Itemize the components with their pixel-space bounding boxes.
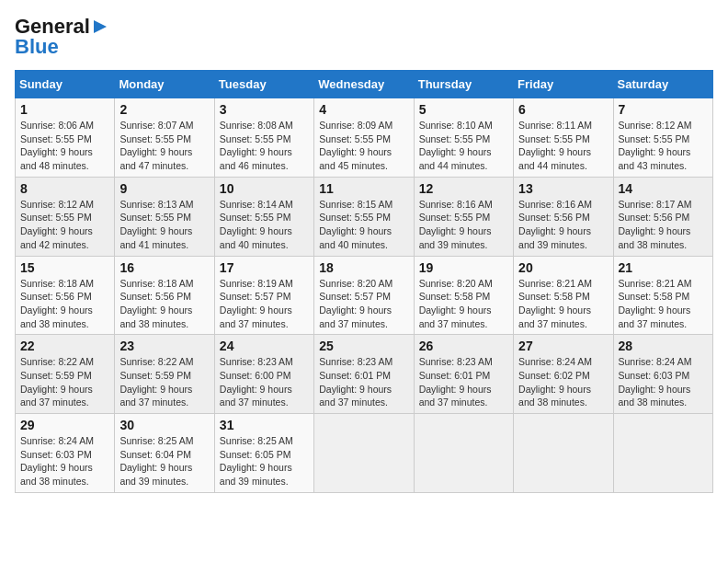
- day-number: 30: [119, 418, 209, 432]
- day-number: 8: [20, 181, 109, 196]
- day-info: Sunrise: 8:16 AMSunset: 5:55 PMDaylight:…: [419, 198, 508, 252]
- weekday-header-monday: Monday: [115, 71, 214, 98]
- day-info: Sunrise: 8:23 AMSunset: 6:00 PMDaylight:…: [220, 355, 309, 409]
- calendar-day-31: 31Sunrise: 8:25 AMSunset: 6:05 PMDayligh…: [214, 414, 313, 493]
- day-info: Sunrise: 8:24 AMSunset: 6:03 PMDaylight:…: [20, 434, 109, 488]
- logo-triangle-icon: [90, 17, 110, 37]
- day-number: 23: [119, 339, 209, 353]
- day-info: Sunrise: 8:25 AMSunset: 6:04 PMDaylight:…: [119, 434, 209, 488]
- calendar-day-2: 2Sunrise: 8:07 AMSunset: 5:55 PMDaylight…: [115, 98, 214, 178]
- calendar-day-26: 26Sunrise: 8:23 AMSunset: 6:01 PMDayligh…: [414, 335, 513, 414]
- calendar-week-4: 22Sunrise: 8:22 AMSunset: 5:59 PMDayligh…: [16, 335, 713, 414]
- day-number: 29: [20, 418, 109, 432]
- day-number: 26: [419, 339, 508, 353]
- day-number: 16: [119, 260, 209, 275]
- day-number: 25: [319, 339, 408, 353]
- calendar-day-13: 13Sunrise: 8:16 AMSunset: 5:56 PMDayligh…: [514, 177, 613, 256]
- calendar-day-27: 27Sunrise: 8:24 AMSunset: 6:02 PMDayligh…: [514, 335, 613, 414]
- calendar-day-22: 22Sunrise: 8:22 AMSunset: 5:59 PMDayligh…: [16, 335, 115, 414]
- day-info: Sunrise: 8:18 AMSunset: 5:56 PMDaylight:…: [119, 277, 209, 331]
- day-info: Sunrise: 8:19 AMSunset: 5:57 PMDaylight:…: [220, 277, 309, 331]
- day-number: 24: [220, 339, 309, 353]
- day-info: Sunrise: 8:12 AMSunset: 5:55 PMDaylight:…: [20, 198, 109, 252]
- day-info: Sunrise: 8:15 AMSunset: 5:55 PMDaylight:…: [319, 198, 408, 252]
- weekday-header-tuesday: Tuesday: [214, 71, 313, 98]
- calendar-day-21: 21Sunrise: 8:21 AMSunset: 5:58 PMDayligh…: [613, 256, 712, 335]
- day-info: Sunrise: 8:23 AMSunset: 6:01 PMDaylight:…: [319, 355, 408, 409]
- day-info: Sunrise: 8:09 AMSunset: 5:55 PMDaylight:…: [319, 119, 408, 173]
- calendar-day-11: 11Sunrise: 8:15 AMSunset: 5:55 PMDayligh…: [314, 177, 414, 256]
- day-number: 31: [220, 418, 309, 432]
- day-info: Sunrise: 8:17 AMSunset: 5:56 PMDaylight:…: [619, 198, 708, 252]
- logo-blue: Blue: [15, 35, 59, 59]
- day-number: 4: [319, 102, 408, 117]
- weekday-header-saturday: Saturday: [613, 71, 712, 98]
- calendar-empty-cell: [613, 414, 712, 493]
- calendar-empty-cell: [314, 414, 414, 493]
- calendar-empty-cell: [514, 414, 613, 493]
- day-info: Sunrise: 8:22 AMSunset: 5:59 PMDaylight:…: [20, 355, 109, 409]
- day-number: 5: [419, 102, 508, 117]
- calendar-table: SundayMondayTuesdayWednesdayThursdayFrid…: [15, 70, 713, 493]
- day-info: Sunrise: 8:14 AMSunset: 5:55 PMDaylight:…: [220, 198, 309, 252]
- day-info: Sunrise: 8:23 AMSunset: 6:01 PMDaylight:…: [419, 355, 508, 409]
- day-number: 27: [518, 339, 608, 353]
- day-number: 17: [220, 260, 309, 275]
- calendar-day-14: 14Sunrise: 8:17 AMSunset: 5:56 PMDayligh…: [613, 177, 712, 256]
- day-number: 6: [518, 102, 608, 117]
- weekday-header-sunday: Sunday: [16, 71, 115, 98]
- day-number: 18: [319, 260, 408, 275]
- day-info: Sunrise: 8:24 AMSunset: 6:03 PMDaylight:…: [619, 355, 708, 409]
- calendar-day-30: 30Sunrise: 8:25 AMSunset: 6:04 PMDayligh…: [115, 414, 214, 493]
- calendar-day-18: 18Sunrise: 8:20 AMSunset: 5:57 PMDayligh…: [314, 256, 414, 335]
- day-info: Sunrise: 8:16 AMSunset: 5:56 PMDaylight:…: [518, 198, 608, 252]
- day-number: 19: [419, 260, 508, 275]
- day-number: 9: [119, 181, 209, 196]
- calendar-week-1: 1Sunrise: 8:06 AMSunset: 5:55 PMDaylight…: [16, 98, 713, 178]
- calendar-day-12: 12Sunrise: 8:16 AMSunset: 5:55 PMDayligh…: [414, 177, 513, 256]
- day-number: 14: [619, 181, 708, 196]
- weekday-header-friday: Friday: [514, 71, 613, 98]
- day-number: 20: [518, 260, 608, 275]
- day-number: 28: [619, 339, 708, 353]
- day-number: 3: [220, 102, 309, 117]
- day-info: Sunrise: 8:10 AMSunset: 5:55 PMDaylight:…: [419, 119, 508, 173]
- day-info: Sunrise: 8:24 AMSunset: 6:02 PMDaylight:…: [518, 355, 608, 409]
- day-number: 22: [20, 339, 109, 353]
- weekday-header-wednesday: Wednesday: [314, 71, 414, 98]
- calendar-week-2: 8Sunrise: 8:12 AMSunset: 5:55 PMDaylight…: [16, 177, 713, 256]
- day-number: 1: [20, 102, 109, 117]
- calendar-day-25: 25Sunrise: 8:23 AMSunset: 6:01 PMDayligh…: [314, 335, 414, 414]
- calendar-day-6: 6Sunrise: 8:11 AMSunset: 5:55 PMDaylight…: [514, 98, 613, 178]
- calendar-empty-cell: [414, 414, 513, 493]
- calendar-day-10: 10Sunrise: 8:14 AMSunset: 5:55 PMDayligh…: [214, 177, 313, 256]
- calendar-day-9: 9Sunrise: 8:13 AMSunset: 5:55 PMDaylight…: [115, 177, 214, 256]
- day-info: Sunrise: 8:21 AMSunset: 5:58 PMDaylight:…: [518, 277, 608, 331]
- calendar-day-19: 19Sunrise: 8:20 AMSunset: 5:58 PMDayligh…: [414, 256, 513, 335]
- day-number: 13: [518, 181, 608, 196]
- day-number: 7: [619, 102, 708, 117]
- calendar-day-3: 3Sunrise: 8:08 AMSunset: 5:55 PMDaylight…: [214, 98, 313, 178]
- calendar-day-20: 20Sunrise: 8:21 AMSunset: 5:58 PMDayligh…: [514, 256, 613, 335]
- day-info: Sunrise: 8:22 AMSunset: 5:59 PMDaylight:…: [119, 355, 209, 409]
- day-number: 15: [20, 260, 109, 275]
- svg-marker-0: [94, 20, 107, 33]
- calendar-day-4: 4Sunrise: 8:09 AMSunset: 5:55 PMDaylight…: [314, 98, 414, 178]
- day-info: Sunrise: 8:06 AMSunset: 5:55 PMDaylight:…: [20, 119, 109, 173]
- day-info: Sunrise: 8:12 AMSunset: 5:55 PMDaylight:…: [619, 119, 708, 173]
- calendar-day-8: 8Sunrise: 8:12 AMSunset: 5:55 PMDaylight…: [16, 177, 115, 256]
- day-info: Sunrise: 8:13 AMSunset: 5:55 PMDaylight:…: [119, 198, 209, 252]
- day-info: Sunrise: 8:11 AMSunset: 5:55 PMDaylight:…: [518, 119, 608, 173]
- day-number: 10: [220, 181, 309, 196]
- calendar-week-5: 29Sunrise: 8:24 AMSunset: 6:03 PMDayligh…: [16, 414, 713, 493]
- day-info: Sunrise: 8:08 AMSunset: 5:55 PMDaylight:…: [220, 119, 309, 173]
- day-number: 12: [419, 181, 508, 196]
- calendar-day-5: 5Sunrise: 8:10 AMSunset: 5:55 PMDaylight…: [414, 98, 513, 178]
- day-info: Sunrise: 8:20 AMSunset: 5:57 PMDaylight:…: [319, 277, 408, 331]
- calendar-day-7: 7Sunrise: 8:12 AMSunset: 5:55 PMDaylight…: [613, 98, 712, 178]
- calendar-day-1: 1Sunrise: 8:06 AMSunset: 5:55 PMDaylight…: [16, 98, 115, 178]
- calendar-week-3: 15Sunrise: 8:18 AMSunset: 5:56 PMDayligh…: [16, 256, 713, 335]
- day-number: 11: [319, 181, 408, 196]
- calendar-day-23: 23Sunrise: 8:22 AMSunset: 5:59 PMDayligh…: [115, 335, 214, 414]
- calendar-day-29: 29Sunrise: 8:24 AMSunset: 6:03 PMDayligh…: [16, 414, 115, 493]
